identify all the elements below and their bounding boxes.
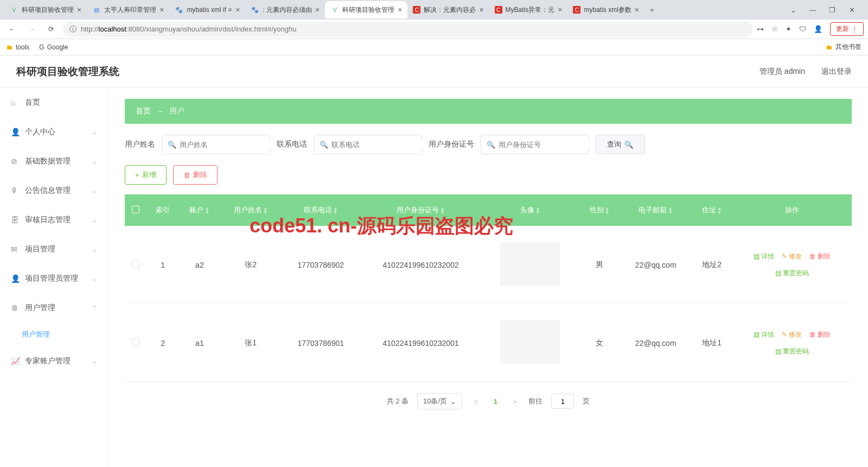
favicon: C xyxy=(495,6,502,14)
sort-icon[interactable]: ▲▼ xyxy=(205,207,209,214)
user-label[interactable]: 管理员 admin xyxy=(760,67,805,77)
maximize-icon[interactable]: ❐ xyxy=(827,6,838,14)
sidebar-item-profile[interactable]: 👤个人中心⌄ xyxy=(0,117,108,147)
col-index[interactable]: 索引 xyxy=(146,194,179,226)
prev-page-button[interactable]: < xyxy=(471,397,482,406)
filter-input-phone[interactable]: 🔍 xyxy=(314,135,422,154)
col-email[interactable]: 电子邮箱▲▼ xyxy=(620,194,691,226)
sidebar-item-project[interactable]: ✉项目管理⌄ xyxy=(0,235,108,264)
select-all-checkbox[interactable] xyxy=(132,206,139,213)
col-gender[interactable]: 性别▲▼ xyxy=(579,194,620,226)
url-input[interactable]: ⓘ http://localhost:8080/xiangmuyanshou/a… xyxy=(63,22,752,37)
filter-input-name[interactable]: 🔍 xyxy=(162,135,270,154)
reset-password-button[interactable]: ▤重置密码 xyxy=(775,269,809,278)
browser-tab-active[interactable]: V科研项目验收管理× xyxy=(325,1,407,18)
browser-tab[interactable]: V科研项目验收管理× xyxy=(4,1,87,18)
bookmark-star-icon[interactable]: ☆ xyxy=(771,25,778,33)
sidebar-item-basedata[interactable]: ⊘基础数据管理⌄ xyxy=(0,147,108,176)
mail-icon: ✉ xyxy=(11,245,20,254)
col-address[interactable]: 住址▲▼ xyxy=(691,194,732,226)
reload-button[interactable]: ⟳ xyxy=(43,22,59,37)
extensions-icon[interactable]: ✦ xyxy=(786,25,792,33)
close-icon[interactable]: × xyxy=(315,5,320,14)
close-icon[interactable]: × xyxy=(558,5,562,14)
add-button[interactable]: +新增 xyxy=(125,165,167,185)
row-checkbox[interactable] xyxy=(132,338,139,346)
close-icon[interactable]: × xyxy=(635,5,639,14)
profile-icon[interactable]: 👤 xyxy=(814,25,822,33)
close-icon[interactable]: × xyxy=(235,5,240,14)
pagination: 共 2 条 10条/页⌄ < 1 > 前往 页 xyxy=(125,393,852,409)
delete-button[interactable]: 🗑删除 xyxy=(173,165,218,185)
row-delete-button[interactable]: 🗑删除 xyxy=(809,252,831,261)
reading-list-icon[interactable]: 🛡 xyxy=(799,25,806,33)
browser-tab[interactable]: 🐾mybatis xml if =× xyxy=(169,1,245,18)
bookmark-google[interactable]: GGoogle xyxy=(39,43,68,51)
sidebar-item-home[interactable]: ⌂首页 xyxy=(0,88,108,117)
page-jump-input[interactable] xyxy=(551,394,574,409)
sort-icon[interactable]: ▲▼ xyxy=(605,207,610,214)
close-icon[interactable]: × xyxy=(479,5,483,14)
sort-icon[interactable]: ▲▼ xyxy=(333,207,338,214)
window-controls: ⌄ — ❐ ✕ xyxy=(788,6,864,14)
close-window-icon[interactable]: ✕ xyxy=(846,6,857,14)
chevron-down-icon: ⌄ xyxy=(450,397,456,406)
sort-icon[interactable]: ▲▼ xyxy=(263,207,268,214)
sort-icon[interactable]: ▲▼ xyxy=(535,207,540,214)
filter-input-id[interactable]: 🔍 xyxy=(481,135,589,154)
back-button[interactable]: ← xyxy=(4,22,20,37)
sidebar-subitem-usermgmt[interactable]: 用户管理 xyxy=(0,323,108,346)
col-avatar[interactable]: 头像▲▼ xyxy=(481,194,579,226)
sort-icon[interactable]: ▲▼ xyxy=(668,207,673,214)
col-phone[interactable]: 联系电话▲▼ xyxy=(282,194,360,226)
close-icon[interactable]: × xyxy=(398,5,402,14)
info-icon[interactable]: ⓘ xyxy=(69,24,76,34)
next-page-button[interactable]: > xyxy=(509,397,520,406)
bookmark-other[interactable]: 🖿其他书签 xyxy=(826,42,861,52)
sidebar-item-expert[interactable]: 📈专家账户管理⌄ xyxy=(0,346,108,376)
sidebar-item-notice[interactable]: 🎙公告信息管理⌄ xyxy=(0,176,108,205)
col-idcard[interactable]: 用户身份证号▲▼ xyxy=(360,194,481,226)
table-row: 2 a1 张1 17703786901 410224199610232001 女… xyxy=(125,304,852,382)
breadcrumb-current: 用户 xyxy=(169,106,184,116)
edit-button[interactable]: ✎修改 xyxy=(782,330,802,339)
new-tab-button[interactable]: + xyxy=(644,2,660,17)
col-name[interactable]: 用户姓名▲▼ xyxy=(220,194,282,226)
page-size-select[interactable]: 10条/页⌄ xyxy=(417,393,462,409)
favicon: C xyxy=(413,6,420,14)
tab-search-icon[interactable]: ⌄ xyxy=(788,6,799,14)
page-suffix: 页 xyxy=(583,396,590,406)
sort-icon[interactable]: ▲▼ xyxy=(440,207,445,214)
sidebar-item-projectadmin[interactable]: 👤项目管理员管理⌄ xyxy=(0,264,108,293)
browser-tab[interactable]: Cmybatis xml参数× xyxy=(567,1,644,18)
reset-password-button[interactable]: ▤重置密码 xyxy=(775,347,809,356)
update-button[interactable]: 更新⋮ xyxy=(830,22,864,36)
browser-tab[interactable]: 🐾: 元素内容必须由× xyxy=(245,1,325,18)
detail-button[interactable]: ▤详情 xyxy=(754,330,774,339)
row-delete-button[interactable]: 🗑删除 xyxy=(809,330,831,339)
page-number[interactable]: 1 xyxy=(490,397,501,406)
col-account[interactable]: 账户▲▼ xyxy=(179,194,220,226)
sidebar-item-auditlog[interactable]: 🗄审核日志管理⌄ xyxy=(0,205,108,235)
list-icon: ▤ xyxy=(754,331,760,338)
close-icon[interactable]: × xyxy=(77,5,81,14)
sidebar-item-usermgmt[interactable]: 🗎用户管理⌃ xyxy=(0,293,108,323)
query-button[interactable]: 查询🔍 xyxy=(596,135,645,154)
bookmark-tools[interactable]: 🖿tools xyxy=(7,43,29,51)
close-icon[interactable]: × xyxy=(159,5,164,14)
browser-tab[interactable]: ▤太平人寿印章管理× xyxy=(87,1,169,18)
breadcrumb-home[interactable]: 首页 xyxy=(136,106,151,116)
detail-button[interactable]: ▤详情 xyxy=(754,252,774,261)
forward-button[interactable]: → xyxy=(24,22,39,37)
minimize-icon[interactable]: — xyxy=(807,6,818,14)
edit-button[interactable]: ✎修改 xyxy=(782,252,802,261)
sort-icon[interactable]: ▲▼ xyxy=(717,207,722,214)
browser-tab[interactable]: CMyBatis异常：元× xyxy=(489,1,568,18)
logout-link[interactable]: 退出登录 xyxy=(821,67,852,77)
row-checkbox[interactable] xyxy=(132,260,139,268)
password-icon[interactable]: ⊶ xyxy=(757,25,764,33)
chevron-up-icon: ⌃ xyxy=(92,305,97,312)
filter-label-name: 用户姓名 xyxy=(125,140,155,149)
col-actions: 操作 xyxy=(732,194,852,226)
browser-tab[interactable]: C解决：元素内容必× xyxy=(407,1,489,18)
